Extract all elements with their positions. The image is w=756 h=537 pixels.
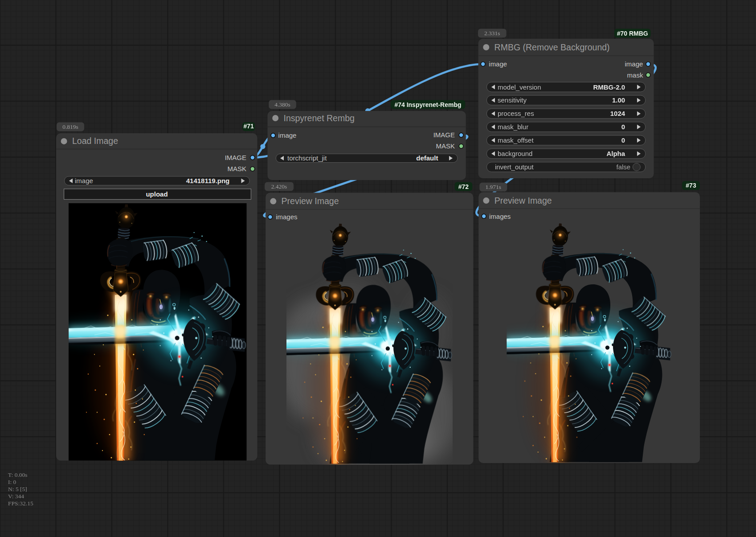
svg-text:mask_offset: mask_offset <box>498 136 534 144</box>
svg-text:sensitivity: sensitivity <box>498 96 527 104</box>
svg-text:upload: upload <box>146 190 168 198</box>
svg-text:image: image <box>278 131 297 139</box>
svg-text:0: 0 <box>621 123 625 131</box>
svg-text:RMBG-2.0: RMBG-2.0 <box>593 83 625 91</box>
svg-text:mask_blur: mask_blur <box>498 123 528 131</box>
svg-text:model_version: model_version <box>498 83 541 91</box>
svg-text:#71: #71 <box>244 123 254 130</box>
svg-text:Preview Image: Preview Image <box>282 196 339 206</box>
svg-text:invert_output: invert_output <box>495 163 534 171</box>
svg-text:V: 344: V: 344 <box>8 493 24 500</box>
svg-text:I: 0: I: 0 <box>8 479 16 485</box>
svg-text:1.971s: 1.971s <box>485 184 501 190</box>
svg-text:0.819s: 0.819s <box>62 123 78 130</box>
svg-text:Preview Image: Preview Image <box>494 196 552 205</box>
svg-text:image: image <box>75 177 93 184</box>
svg-text:image: image <box>489 60 507 68</box>
svg-text:N: 5 [5]: N: 5 [5] <box>8 486 27 492</box>
svg-text:1.00: 1.00 <box>612 96 625 104</box>
svg-text:4.380s: 4.380s <box>274 101 290 108</box>
svg-text:MASK: MASK <box>227 165 246 172</box>
svg-text:background: background <box>498 150 532 157</box>
svg-text:images: images <box>276 213 297 221</box>
svg-text:#72: #72 <box>458 183 469 190</box>
svg-text:image: image <box>625 60 643 68</box>
svg-text:IMAGE: IMAGE <box>225 154 246 161</box>
svg-text:IMAGE: IMAGE <box>433 131 455 139</box>
svg-text:0: 0 <box>621 136 625 144</box>
svg-text:1024: 1024 <box>610 110 625 117</box>
svg-text:#74 Inspyrenet-Rembg: #74 Inspyrenet-Rembg <box>394 101 461 108</box>
svg-text:default: default <box>416 154 438 162</box>
svg-text:RMBG (Remove Background): RMBG (Remove Background) <box>494 42 610 52</box>
svg-text:#70 RMBG: #70 RMBG <box>617 30 648 37</box>
svg-text:2.331s: 2.331s <box>484 30 500 37</box>
svg-text:torchscript_jit: torchscript_jit <box>287 154 327 162</box>
svg-text:Inspyrenet Rembg: Inspyrenet Rembg <box>284 113 355 123</box>
svg-text:Alpha: Alpha <box>606 150 625 157</box>
svg-text:images: images <box>489 213 511 220</box>
svg-text:FPS:32.15: FPS:32.15 <box>8 500 33 507</box>
svg-text:MASK: MASK <box>436 142 455 150</box>
svg-text:2.420s: 2.420s <box>271 183 287 190</box>
svg-text:#73: #73 <box>686 182 696 189</box>
svg-text:false: false <box>617 163 631 171</box>
svg-text:T: 0.00s: T: 0.00s <box>8 471 28 478</box>
svg-text:Load Image: Load Image <box>72 136 118 146</box>
svg-text:process_res: process_res <box>498 110 534 117</box>
svg-text:41418119.png: 41418119.png <box>186 177 230 184</box>
svg-text:mask: mask <box>627 71 643 79</box>
